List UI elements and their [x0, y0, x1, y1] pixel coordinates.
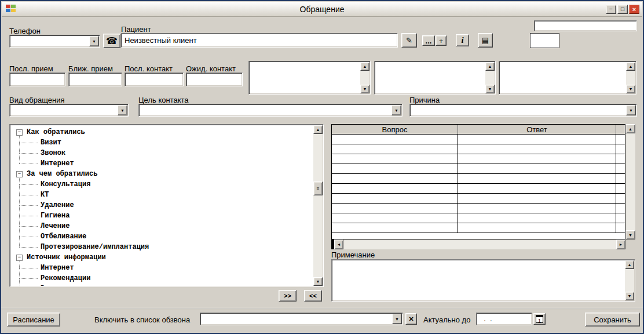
table-row[interactable]	[332, 164, 625, 174]
qa-hscrollbar[interactable]: ◄ ►	[331, 239, 625, 249]
table-row[interactable]	[332, 223, 625, 233]
close-icon: ✕	[408, 315, 414, 323]
contact-goal-combo[interactable]: ▼	[138, 104, 402, 117]
tree-scrollbar[interactable]: ▲ ≡ ▼	[313, 125, 323, 286]
tree-node-label[interactable]: За чем обратились	[27, 170, 97, 178]
tree-item[interactable]: Визит	[10, 137, 313, 148]
tree-item[interactable]: Отбеливание	[10, 231, 313, 242]
browse-patient-button[interactable]: ...	[422, 35, 435, 46]
table-row[interactable]	[332, 194, 625, 204]
collapse-icon[interactable]: −	[16, 255, 23, 261]
scroll-down-icon: ▼	[629, 87, 633, 91]
tree-item[interactable]: Лечение	[10, 221, 313, 231]
collapse-icon[interactable]: −	[16, 171, 23, 177]
chevron-down-icon: ▼	[120, 108, 125, 112]
actual-until-date-field[interactable]: . .	[476, 313, 532, 325]
tree-item[interactable]: Реклама	[10, 284, 313, 286]
tree-item[interactable]: Удаление	[10, 200, 313, 210]
tree-item[interactable]: КТ	[10, 190, 313, 200]
scroll-up-icon: ▲	[316, 128, 320, 132]
table-row[interactable]	[332, 144, 625, 154]
patient-card-button[interactable]: ▤	[478, 33, 493, 48]
table-row[interactable]	[332, 213, 625, 223]
close-button[interactable]: ×	[629, 5, 639, 14]
tree-node[interactable]: − Источник информации	[10, 252, 313, 263]
save-button[interactable]: Сохранить	[585, 313, 640, 326]
scroll-left-icon: ◄	[337, 242, 341, 246]
category-tree[interactable]: − Как обратились Визит Звонок Интернет −…	[9, 124, 324, 287]
qa-table: Вопрос Ответ	[331, 124, 625, 239]
info-panel-3-scrollbar[interactable]: ▲ ▼	[626, 62, 635, 93]
phone-label: Телефон	[9, 27, 41, 35]
call-list-combo[interactable]: ▼	[200, 313, 403, 325]
window-title: Обращение	[2, 5, 642, 14]
info-panel-2[interactable]: ▲ ▼	[374, 61, 496, 95]
collapse-icon[interactable]: −	[16, 129, 23, 136]
combo-dropdown-button[interactable]: ▼	[118, 105, 127, 115]
table-row[interactable]	[332, 154, 625, 164]
tree-node[interactable]: − За чем обратились	[10, 169, 313, 179]
contact-goal-label: Цель контакта	[138, 96, 189, 104]
combo-dropdown-button[interactable]: ▼	[392, 314, 402, 324]
info-panel-1-scrollbar[interactable]: ▲ ▼	[360, 62, 369, 93]
combo-dropdown-button[interactable]: ▼	[89, 36, 99, 46]
chevron-down-icon: ▼	[629, 108, 633, 112]
info-panel-3[interactable]: ▲ ▼	[499, 61, 636, 95]
qa-table-header: Вопрос Ответ	[332, 125, 625, 135]
patient-input[interactable]	[121, 33, 398, 48]
info-panel-1[interactable]: ▲ ▼	[248, 61, 371, 95]
combo-dropdown-button[interactable]: ▼	[391, 105, 401, 115]
dialog-window: Обращение − □ × Телефон ▼ ☎ Пациент ✎ ..…	[0, 0, 644, 334]
calendar-button[interactable]: 1	[533, 313, 546, 325]
clear-call-list-button[interactable]: ✕	[405, 313, 417, 325]
tree-item[interactable]: Протезирование/имплантация	[10, 242, 313, 252]
notes-scrollbar[interactable]: ▲ ▼	[625, 260, 634, 300]
maximize-button[interactable]: □	[617, 5, 628, 14]
dial-phone-button[interactable]: ☎	[103, 34, 120, 48]
tree-item[interactable]: Звонок	[10, 148, 313, 158]
qa-col-question[interactable]: Вопрос	[332, 125, 458, 134]
scroll-down-icon: ▼	[628, 233, 632, 237]
ellipsis-icon: ...	[426, 37, 432, 45]
minimize-button[interactable]: −	[606, 5, 616, 14]
call-list-label: Включить в список обзвона	[94, 315, 190, 324]
reason-combo[interactable]: ▼	[409, 104, 637, 117]
last-visit-label: Посл. прием	[9, 64, 53, 73]
patient-info-button[interactable]: i	[456, 34, 469, 46]
add-patient-button[interactable]: +	[436, 35, 447, 46]
info-panel-2-scrollbar[interactable]: ▲ ▼	[485, 62, 495, 93]
bottom-separator	[1, 308, 644, 309]
combo-dropdown-button[interactable]: ▼	[626, 105, 636, 115]
tree-item[interactable]: Интернет	[10, 158, 313, 169]
table-row[interactable]	[332, 135, 625, 144]
table-row[interactable]	[332, 184, 625, 194]
qa-vscrollbar[interactable]: ▲ ▼	[625, 124, 635, 239]
tree-node[interactable]: − Как обратились	[10, 127, 313, 137]
plus-icon: +	[439, 37, 444, 45]
patient-label: Пациент	[121, 25, 151, 34]
schedule-button[interactable]: Расписание	[7, 313, 60, 326]
tree-node-label[interactable]: Источник информации	[27, 253, 106, 262]
phone-combo[interactable]: ▼	[9, 35, 100, 48]
tree-node-label[interactable]: Как обратились	[27, 128, 85, 136]
reason-label: Причина	[409, 96, 440, 104]
card-icon: ▤	[482, 36, 489, 45]
assign-phone-button[interactable]: ✎	[401, 33, 417, 48]
calendar-icon: 1	[536, 315, 543, 323]
next-visit-field	[68, 72, 122, 86]
qa-col-answer[interactable]: Ответ	[458, 125, 616, 134]
table-row[interactable]	[332, 204, 625, 213]
tree-item[interactable]: Рекомендации	[10, 273, 313, 284]
titlebar[interactable]: Обращение − □ ×	[2, 2, 642, 17]
scrollbar-thumb[interactable]: ≡	[313, 181, 323, 195]
move-left-button[interactable]: <<	[304, 290, 322, 302]
notes-area[interactable]: ▲ ▼	[331, 259, 635, 302]
appeal-type-combo[interactable]: ▼	[9, 104, 129, 117]
table-row[interactable]	[332, 174, 625, 184]
scroll-up-icon: ▲	[363, 64, 367, 68]
grip-icon: ≡	[317, 186, 320, 191]
tree-item[interactable]: Консультация	[10, 179, 313, 190]
move-right-button[interactable]: >>	[279, 290, 297, 302]
tree-item[interactable]: Интернет	[10, 263, 313, 273]
tree-item[interactable]: Гигиена	[10, 210, 313, 221]
